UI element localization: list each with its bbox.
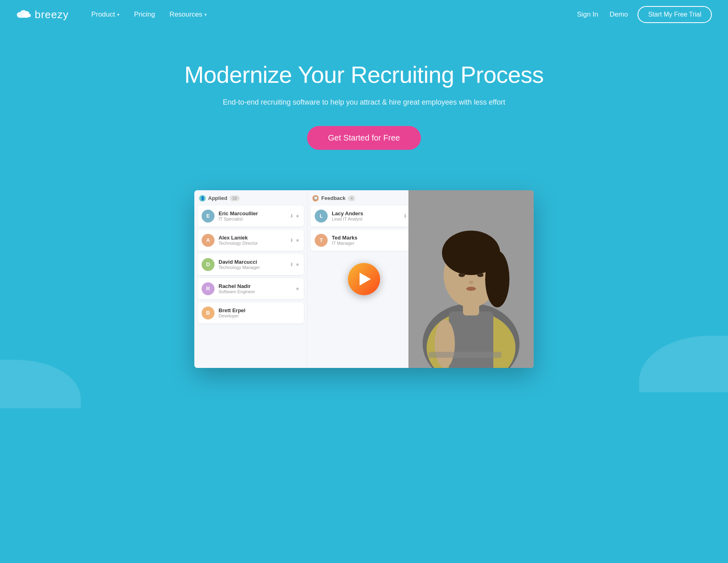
download-icon[interactable]: ⬇ [290, 213, 294, 219]
download-icon[interactable]: ⬇ [290, 237, 294, 243]
avatar: R [202, 282, 215, 295]
decorative-splash-left [0, 360, 81, 408]
hero-subtitle: End-to-end recruiting software to help y… [8, 98, 720, 107]
hero-title: Modernize Your Recruiting Process [8, 61, 720, 88]
kanban-board: 👤 Applied 38 E Eric Marcoullier IT Speci… [194, 190, 534, 368]
nav-resources[interactable]: Resources ▾ [163, 7, 213, 22]
signin-link[interactable]: Sign In [575, 7, 600, 22]
product-chevron-icon: ▾ [117, 12, 120, 17]
table-row: E Eric Marcoullier IT Specialist ⬇ ★ [198, 206, 304, 227]
candidate-name: Ted Marks [332, 235, 413, 241]
avatar: L [315, 210, 328, 223]
avatar: A [202, 234, 215, 247]
candidate-name: Lacy Anders [332, 210, 399, 216]
feedback-header: 💬 Feedback 4 [311, 195, 417, 202]
applied-title: Applied [208, 195, 227, 201]
svg-rect-3 [449, 311, 493, 368]
applied-count: 38 [230, 195, 240, 201]
candidate-name: David Marcucci [219, 259, 286, 265]
avatar: T [315, 234, 328, 247]
svg-point-7 [485, 251, 509, 307]
candidate-name: Rachel Nadir [219, 283, 291, 289]
candidate-role: Software Engineer [219, 289, 291, 294]
logo-icon [16, 9, 31, 20]
avatar: D [202, 258, 215, 271]
candidate-name: Eric Marcoullier [219, 210, 286, 216]
candidate-role: Technology Manager [219, 265, 286, 270]
trial-button[interactable]: Start My Free Trial [638, 6, 712, 23]
app-screenshot: 👤 Applied 38 E Eric Marcoullier IT Speci… [194, 190, 534, 368]
navbar: breezy Product ▾ Pricing Resources ▾ Sig… [0, 0, 728, 29]
table-row: B Brett Erpel Developer [198, 303, 304, 324]
feedback-count: 4 [348, 195, 355, 201]
star-icon[interactable]: ★ [295, 262, 300, 267]
candidate-name: Brett Erpel [219, 307, 300, 313]
download-icon[interactable]: ⬇ [290, 262, 294, 267]
table-row: L Lacy Anders Lead IT Analyst ⬇ ★ [311, 206, 417, 227]
table-row: A Alex Laniek Technology Director ⬇ ★ [198, 230, 304, 251]
table-row: R Rachel Nadir Software Engineer ★ [198, 278, 304, 299]
star-icon[interactable]: ★ [295, 237, 300, 243]
table-row: D David Marcucci Technology Manager ⬇ ★ [198, 254, 304, 275]
star-icon[interactable]: ★ [295, 286, 300, 292]
nav-product[interactable]: Product ▾ [85, 7, 126, 22]
play-icon [360, 273, 371, 286]
candidate-name: Alex Laniek [219, 235, 286, 241]
brand-name: breezy [35, 8, 69, 21]
person-icon: 👤 [199, 195, 206, 202]
person-photo [408, 190, 534, 368]
candidate-role: Lead IT Analyst [332, 216, 399, 221]
nav-links: Product ▾ Pricing Resources ▾ [85, 7, 575, 22]
feedback-title: Feedback [321, 195, 345, 201]
nav-right: Sign In Demo Start My Free Trial [575, 6, 712, 23]
svg-point-9 [477, 273, 484, 277]
candidate-role: Developer [219, 313, 300, 318]
logo[interactable]: breezy [16, 8, 69, 21]
hero-section: Modernize Your Recruiting Process End-to… [0, 29, 728, 174]
candidate-role: IT Specialist [219, 216, 286, 221]
chat-icon: 💬 [312, 195, 319, 202]
download-icon[interactable]: ⬇ [403, 213, 407, 219]
resources-chevron-icon: ▾ [204, 12, 207, 17]
candidate-role: IT Manager [332, 241, 413, 246]
svg-point-11 [466, 287, 476, 291]
video-play-button[interactable] [348, 263, 380, 295]
svg-point-10 [469, 281, 473, 284]
svg-rect-13 [429, 352, 501, 358]
svg-point-12 [435, 319, 455, 368]
candidate-role: Technology Director [219, 241, 286, 246]
svg-point-8 [459, 273, 465, 277]
app-preview-section: 👤 Applied 38 E Eric Marcoullier IT Speci… [0, 174, 728, 368]
table-row: T Ted Marks IT Manager [311, 230, 417, 251]
demo-link[interactable]: Demo [608, 7, 629, 22]
cta-button[interactable]: Get Started for Free [307, 126, 421, 150]
avatar: E [202, 210, 215, 223]
applied-column: 👤 Applied 38 E Eric Marcoullier IT Speci… [194, 190, 307, 368]
star-icon[interactable]: ★ [295, 213, 300, 219]
avatar: B [202, 307, 215, 319]
nav-pricing[interactable]: Pricing [128, 7, 162, 22]
applied-header: 👤 Applied 38 [198, 195, 304, 202]
